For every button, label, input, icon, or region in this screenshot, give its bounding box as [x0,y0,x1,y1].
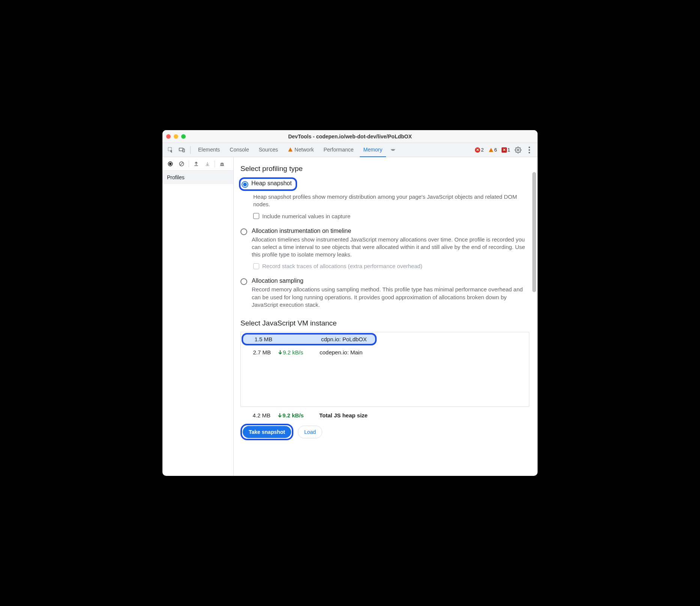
vm-instance-list: 1.5 MB — cdpn.io: PoLdbOX 2.7 MB 9.2 kB/… [240,332,529,407]
heading-profiling-type: Select profiling type [240,165,529,173]
svg-point-5 [529,149,530,151]
tab-console[interactable]: Console [226,143,252,157]
option-sampling-desc: Record memory allocations using sampling… [252,286,529,309]
checkbox-icon [253,213,259,219]
clear-icon[interactable] [177,159,186,169]
warnings-count: 6 [494,147,497,153]
issues-count: 1 [508,147,510,153]
action-buttons: Take snapshot Load [240,424,529,440]
device-toolbar-icon[interactable] [177,146,186,154]
issues-badge[interactable]: ✕ 1 [502,147,510,153]
tab-sources[interactable]: Sources [255,143,282,157]
minimize-window-button[interactable] [174,134,178,139]
option-timeline-title: Allocation instrumentation on timeline [252,228,529,234]
download-icon[interactable] [203,159,212,169]
window-title: DevTools - codepen.io/web-dot-dev/live/P… [162,134,538,140]
window-controls [166,134,186,139]
svg-point-4 [529,147,530,148]
svg-point-3 [517,149,519,151]
collect-garbage-icon[interactable] [217,159,227,169]
sidebar-toolbar [162,157,233,171]
option-heap-desc: Heap snapshot profiles show memory distr… [253,193,529,208]
inspect-element-icon[interactable] [166,146,175,154]
checkbox-icon [253,263,259,269]
vm-rate: 9.2 kB/s [278,349,312,356]
highlight-take-snapshot: Take snapshot [240,424,293,440]
vm-rate: — [280,336,314,342]
radio-heap-snapshot[interactable] [242,181,248,188]
sidebar: Profiles [162,157,234,476]
option-heap-title: Heap snapshot [251,180,292,187]
vm-totals: 4.2 MB 9.2 kB/s Total JS heap size [244,412,529,418]
checkbox-label: Include numerical values in capture [262,213,350,219]
vm-size: 1.5 MB [246,336,272,342]
option-timeline-desc: Allocation timelines show instrumented J… [252,236,529,259]
svg-rect-1 [179,148,183,151]
option-heap-snapshot[interactable]: Heap snapshot [240,177,529,191]
close-window-button[interactable] [166,134,171,139]
take-snapshot-button[interactable]: Take snapshot [243,426,291,438]
tab-network-label: Network [294,147,314,153]
warnings-badge[interactable]: 6 [488,147,497,153]
separator [189,160,189,167]
vm-name: codepen.io: Main [320,349,525,356]
tab-network[interactable]: Network [284,143,317,157]
tab-performance[interactable]: Performance [320,143,357,157]
separator [215,160,215,167]
vm-row-selected[interactable]: 1.5 MB — cdpn.io: PoLdbOX [242,333,377,345]
issue-icon: ✕ [502,147,507,153]
separator [190,146,191,154]
heading-vm-instance: Select JavaScript VM instance [240,319,529,327]
upload-icon[interactable] [191,159,201,169]
total-size: 4.2 MB [244,412,270,418]
titlebar: DevTools - codepen.io/web-dot-dev/live/P… [162,130,538,143]
tab-elements[interactable]: Elements [194,143,224,157]
error-icon: ✕ [475,147,480,153]
body: Profiles Select profiling type Heap snap… [162,157,538,476]
total-label: Total JS heap size [319,412,368,418]
checkbox-record-stack-traces: Record stack traces of allocations (extr… [253,263,529,269]
tabbar: Elements Console Sources Network Perform… [162,143,538,157]
total-rate: 9.2 kB/s [278,412,312,418]
option-sampling-title: Allocation sampling [252,278,529,284]
kebab-menu-icon[interactable] [525,146,534,154]
arrow-down-icon [278,413,282,418]
checkbox-include-numerical[interactable]: Include numerical values in capture [253,213,529,219]
svg-rect-2 [183,149,185,152]
option-allocation-sampling[interactable]: Allocation sampling Record memory alloca… [240,278,529,309]
sidebar-item-profiles[interactable]: Profiles [162,171,233,184]
more-tabs-icon[interactable] [388,146,397,154]
vm-size: 2.7 MB [245,349,271,356]
radio-allocation-sampling[interactable] [240,278,247,285]
record-icon[interactable] [165,159,175,169]
svg-point-6 [529,152,530,153]
warning-icon [488,147,494,153]
main-panel: Select profiling type Heap snapshot Heap… [234,157,538,476]
vm-row[interactable]: 2.7 MB 9.2 kB/s codepen.io: Main [241,346,529,358]
tab-memory[interactable]: Memory [360,143,386,157]
errors-badge[interactable]: ✕ 2 [475,147,484,153]
checkbox-label: Record stack traces of allocations (extr… [262,263,422,269]
zoom-window-button[interactable] [181,134,186,139]
scrollbar[interactable] [532,172,536,292]
errors-count: 2 [481,147,484,153]
option-allocation-timeline[interactable]: Allocation instrumentation on timeline A… [240,228,529,259]
vm-name: cdpn.io: PoLdbOX [321,336,372,342]
devtools-window: DevTools - codepen.io/web-dot-dev/live/P… [162,130,538,476]
svg-line-10 [180,162,183,165]
highlight-heap-option: Heap snapshot [239,177,297,191]
settings-icon[interactable] [514,146,523,154]
svg-point-8 [169,162,171,165]
arrow-down-icon [278,350,282,355]
radio-allocation-timeline[interactable] [240,228,247,235]
load-button[interactable]: Load [298,426,322,438]
